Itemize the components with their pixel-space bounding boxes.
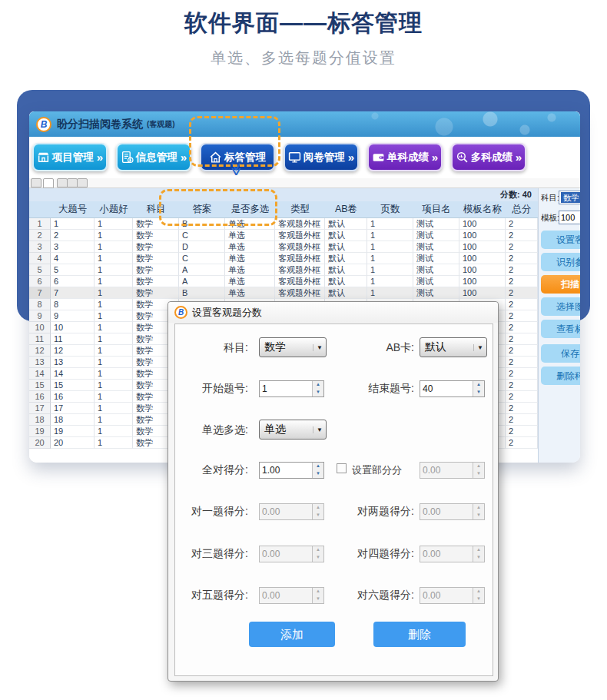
table-row[interactable]: 111数学B单选客观题外框默认1测试1002 <box>29 218 538 230</box>
chevron-right-icon: » <box>97 151 103 163</box>
table-cell: 2 <box>506 230 538 241</box>
full-score-input[interactable]: ▲▼ <box>259 462 324 479</box>
marking-management-button[interactable]: 阅卷管理» <box>284 143 359 171</box>
table-cell: 2 <box>506 437 538 449</box>
row-number: 9 <box>29 310 51 322</box>
spin-up-icon: ▲ <box>473 546 484 554</box>
table-row[interactable]: 441数学C单选客观题外框默认1测试1002 <box>29 253 538 264</box>
table-row[interactable]: 771数学B单选客观题外框默认1测试1002 <box>29 287 538 299</box>
project-management-button[interactable]: 项目管理» <box>32 143 108 171</box>
table-cell: 客观题外框 <box>275 287 325 299</box>
view-answer-button[interactable]: 查看标 <box>541 320 580 338</box>
table-header-cell[interactable]: 项目名 <box>413 201 459 217</box>
table-row[interactable]: 661数学A单选客观题外框默认1测试1002 <box>29 276 538 287</box>
table-cell: 单选 <box>225 230 275 241</box>
table-cell: 20 <box>51 437 95 449</box>
row-number: 4 <box>29 253 51 264</box>
table-header-cell[interactable]: 类型 <box>275 201 325 217</box>
panel-template-input[interactable]: 100 <box>559 211 580 224</box>
spin-down-icon[interactable]: ▼ <box>313 389 323 396</box>
dropdown-arrow-icon[interactable]: ▼ <box>313 426 326 433</box>
table-cell: 单选 <box>225 241 275 253</box>
toolbar-button-label: 信息管理 <box>136 151 177 164</box>
ab-card-select[interactable]: 默认 ▼ <box>420 337 487 357</box>
table-row[interactable]: 331数学D单选客观题外框默认1测试1002 <box>29 241 538 253</box>
page-tab[interactable] <box>57 178 68 187</box>
recognize-params-button[interactable]: 识别参 <box>541 253 580 271</box>
multi-subject-score-button[interactable]: 多科成绩» <box>451 143 526 171</box>
table-cell: 客观题外框 <box>275 230 325 241</box>
spin-up-icon[interactable]: ▲ <box>313 463 323 470</box>
table-row[interactable]: 221数学C单选客观题外框默认1测试1002 <box>29 230 538 241</box>
table-header-cell[interactable]: 页数 <box>367 201 413 217</box>
score-five-label: 对五题得分: <box>168 589 248 602</box>
monitor-icon <box>288 151 301 164</box>
ab-card-value: 默认 <box>420 340 473 354</box>
page-tab[interactable] <box>43 178 54 188</box>
table-cell: 2 <box>506 299 538 310</box>
table-cell: 测试 <box>413 276 459 287</box>
table-cell: 2 <box>506 345 538 357</box>
choice-type-select[interactable]: 单选 ▼ <box>259 420 327 440</box>
start-number-input[interactable]: ▲▼ <box>259 380 324 397</box>
toolbar-button-label: 单科成绩 <box>387 151 429 164</box>
dropdown-arrow-icon[interactable]: ▼ <box>313 344 326 351</box>
set-objective-button[interactable]: 设置客 <box>541 231 580 249</box>
table-header-cell[interactable]: AB卷 <box>325 201 367 217</box>
table-cell: 2 <box>506 357 538 368</box>
row-number: 5 <box>29 264 51 276</box>
table-cell: 测试 <box>413 241 459 253</box>
table-header-cell[interactable]: 大题号 <box>51 201 95 217</box>
spin-down-icon[interactable]: ▼ <box>473 389 484 396</box>
table-row[interactable]: 551数学A单选客观题外框默认1测试1002 <box>29 264 538 276</box>
spin-up-icon[interactable]: ▲ <box>473 381 484 389</box>
table-cell: 测试 <box>413 287 459 299</box>
table-header-cell[interactable]: 小题好 <box>95 201 133 217</box>
table-cell: 2 <box>506 241 538 253</box>
table-cell: 客观题外框 <box>275 253 325 264</box>
table-cell: 6 <box>51 276 95 287</box>
add-button[interactable]: 添加 <box>249 622 335 647</box>
end-number-input[interactable]: ▲▼ <box>420 380 485 397</box>
row-number: 14 <box>29 368 51 380</box>
full-score-label: 全对得分: <box>168 463 248 477</box>
wallet-icon <box>372 151 385 164</box>
table-cell: 1 <box>95 414 133 426</box>
save-button[interactable]: 保存 <box>541 344 580 363</box>
table-header-cell[interactable]: 总分 <box>506 201 538 217</box>
scan-button[interactable]: 扫描 <box>541 275 580 294</box>
partial-score-checkbox[interactable] <box>337 463 347 473</box>
spin-up-icon[interactable]: ▲ <box>313 381 323 389</box>
app-title: 盼分扫描阅卷系统 <box>57 118 143 131</box>
spin-down-icon[interactable]: ▼ <box>313 470 323 478</box>
info-management-button[interactable]: 信息管理» <box>116 143 191 171</box>
table-cell: 客观题外框 <box>275 276 325 287</box>
table-cell: 13 <box>51 357 95 368</box>
select-image-button[interactable]: 选择图 <box>541 297 580 316</box>
page-tabs <box>29 178 580 188</box>
panel-subject-select[interactable]: 数学 <box>559 191 580 204</box>
table-cell: 2 <box>506 276 538 287</box>
table-cell: 11 <box>51 333 95 345</box>
table-header-cell[interactable]: 模板名称 <box>459 201 506 217</box>
page-tab[interactable] <box>67 178 78 187</box>
table-cell: 数学 <box>133 276 179 287</box>
table-cell: 1 <box>95 241 133 253</box>
table-cell: 客观题外框 <box>275 241 325 253</box>
table-cell: 数学 <box>133 264 179 276</box>
ab-card-label: AB卡: <box>334 341 414 355</box>
subject-select[interactable]: 数学 ▼ <box>259 337 327 357</box>
page-tab[interactable] <box>77 178 88 187</box>
table-cell: 1 <box>367 230 413 241</box>
table-cell: 1 <box>95 380 133 391</box>
table-cell: 默认 <box>325 287 367 299</box>
table-cell: 2 <box>506 264 538 276</box>
page-tab[interactable] <box>31 178 41 187</box>
delete-button[interactable]: 删除 <box>373 622 466 647</box>
dropdown-arrow-icon[interactable]: ▼ <box>473 344 486 351</box>
table-header: 大题号小题好科目答案是否多选类型AB卷页数项目名模板名称总分 <box>29 201 538 218</box>
delete-subject-button[interactable]: 删除科 <box>541 367 580 385</box>
score-four-label: 对四题得分: <box>334 547 414 561</box>
single-subject-score-button[interactable]: 单科成绩» <box>367 143 443 171</box>
spin-down-icon: ▼ <box>313 554 323 562</box>
